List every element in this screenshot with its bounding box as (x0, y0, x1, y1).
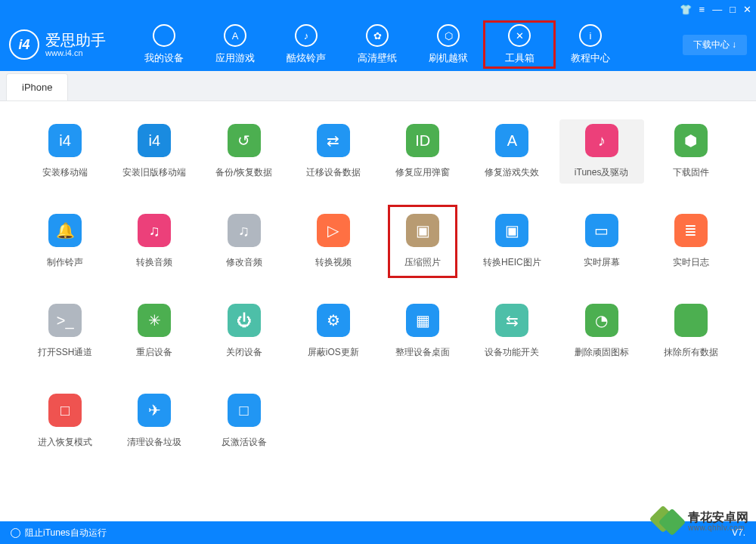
tool-icon: ▦ (406, 304, 439, 337)
tool-进入恢复模式[interactable]: □进入恢复模式 (23, 389, 107, 453)
tool-icon: A (495, 124, 528, 157)
shirt-icon[interactable]: 👕 (680, 4, 692, 15)
tool-label: 清理设备垃圾 (127, 436, 181, 449)
tool-修复应用弹窗[interactable]: ID修复应用弹窗 (380, 119, 465, 184)
tool-屏蔽iOS更新[interactable]: ⚙屏蔽iOS更新 (291, 299, 376, 363)
nav-icon: A (224, 24, 246, 47)
tool-实时屏幕[interactable]: ▭实时屏幕 (559, 209, 644, 274)
nav-label: 教程中心 (571, 51, 610, 65)
app-title: 爱思助手 (45, 32, 106, 48)
tool-压缩照片[interactable]: ▣压缩照片 (380, 209, 465, 274)
tool-icon: ♪ (585, 124, 618, 157)
tool-转换音频[interactable]: ♫转换音频 (112, 209, 197, 274)
tool-label: 进入恢复模式 (38, 436, 92, 449)
nav-教程中心[interactable]: i教程中心 (555, 21, 626, 68)
tool-label: 安装旧版移动端 (122, 166, 186, 179)
tool-icon: i4 (48, 124, 82, 157)
tool-icon: ⚙ (317, 304, 350, 337)
tool-安装移动端[interactable]: i4安装移动端 (23, 119, 107, 184)
tool-重启设备[interactable]: ✳重启设备 (112, 299, 197, 363)
tool-label: 抹除所有数据 (664, 346, 718, 359)
nav-icon (153, 24, 175, 47)
nav-工具箱[interactable]: ✕工具箱 (484, 21, 555, 68)
tab-iphone[interactable]: iPhone (6, 73, 68, 100)
nav-应用游戏[interactable]: A应用游戏 (200, 21, 271, 68)
titlebar: 👕 ≡ — □ ✕ (0, 0, 756, 18)
nav-我的设备[interactable]: 我的设备 (129, 21, 200, 68)
tool-label: 修复应用弹窗 (395, 166, 450, 179)
nav-label: 酷炫铃声 (287, 51, 326, 65)
logo: i4 爱思助手 www.i4.cn (9, 29, 106, 60)
tool-icon: i4 (138, 124, 171, 157)
watermark-icon (653, 506, 683, 536)
tool-icon: ✳ (138, 304, 171, 337)
tool-label: 屏蔽iOS更新 (308, 346, 359, 359)
header: i4 爱思助手 www.i4.cn 我的设备A应用游戏♪酷炫铃声✿高清壁纸⬡刷机… (0, 18, 756, 71)
tool-删除顽固图标[interactable]: ◔删除顽固图标 (559, 299, 644, 363)
tool-icon (674, 304, 708, 337)
close-icon[interactable]: ✕ (743, 4, 751, 15)
tool-label: 重启设备 (136, 346, 172, 359)
tool-iTunes及驱动[interactable]: ♪iTunes及驱动 (559, 119, 644, 184)
nav-label: 工具箱 (505, 51, 534, 65)
tool-icon: ⇆ (495, 304, 528, 337)
tool-抹除所有数据[interactable]: 抹除所有数据 (649, 299, 733, 363)
tool-下载固件[interactable]: ⬢下载固件 (649, 119, 733, 184)
nav-label: 刷机越狱 (429, 51, 468, 65)
tool-icon: ♫ (138, 214, 171, 247)
nav-icon: ⬡ (437, 24, 460, 47)
tool-label: 制作铃声 (47, 256, 83, 269)
tool-打开SSH通道[interactable]: >_打开SSH通道 (23, 299, 107, 363)
tool-label: 删除顽固图标 (575, 346, 629, 359)
tool-关闭设备[interactable]: ⏻关闭设备 (202, 299, 287, 363)
tool-label: 实时日志 (673, 256, 709, 269)
tool-icon: ▷ (317, 214, 350, 247)
tool-清理设备垃圾[interactable]: ✈清理设备垃圾 (112, 389, 197, 453)
tool-修复游戏失效[interactable]: A修复游戏失效 (469, 119, 554, 184)
nav-label: 我的设备 (144, 51, 184, 65)
tool-icon: ▣ (495, 214, 528, 247)
nav-icon: ✿ (366, 24, 389, 47)
tool-grid: i4安装移动端i4安装旧版移动端↺备份/恢复数据⇄迁移设备数据ID修复应用弹窗A… (0, 101, 756, 471)
tool-label: 迁移设备数据 (306, 166, 361, 179)
nav-icon: i (579, 24, 602, 47)
tool-label: 设备功能开关 (485, 346, 539, 359)
status-ring-icon (11, 528, 20, 538)
tool-icon: ⏻ (228, 304, 261, 337)
tool-label: 下载固件 (673, 166, 709, 179)
nav-酷炫铃声[interactable]: ♪酷炫铃声 (271, 21, 342, 68)
tool-转换HEIC图片[interactable]: ▣转换HEIC图片 (469, 209, 554, 274)
footer-status: 阻止iTunes自动运行 (25, 527, 107, 539)
app-subtitle: www.i4.cn (45, 48, 106, 57)
tool-label: 打开SSH通道 (38, 346, 93, 359)
tool-label: 转换HEIC图片 (483, 256, 541, 269)
tool-label: 压缩照片 (404, 256, 441, 269)
tool-实时日志[interactable]: ≣实时日志 (649, 209, 733, 274)
tool-转换视频[interactable]: ▷转换视频 (291, 209, 376, 274)
nav-icon: ♪ (295, 24, 318, 47)
tool-icon: ♫ (228, 214, 261, 247)
tool-反激活设备[interactable]: □反激活设备 (202, 389, 287, 453)
tool-安装旧版移动端[interactable]: i4安装旧版移动端 (112, 119, 197, 184)
tool-icon: >_ (48, 304, 82, 337)
nav-label: 高清壁纸 (358, 51, 397, 65)
tool-label: 修复游戏失效 (485, 166, 539, 179)
tool-icon: 🔔 (48, 214, 82, 247)
download-center-button[interactable]: 下载中心 ↓ (683, 35, 747, 55)
tool-备份/恢复数据[interactable]: ↺备份/恢复数据 (202, 119, 287, 184)
minimize-icon[interactable]: — (712, 4, 722, 15)
nav-刷机越狱[interactable]: ⬡刷机越狱 (413, 21, 484, 68)
nav-高清壁纸[interactable]: ✿高清壁纸 (342, 21, 413, 68)
tool-整理设备桌面[interactable]: ▦整理设备桌面 (380, 299, 465, 363)
tool-label: 转换音频 (136, 256, 172, 269)
tool-icon: ◔ (585, 304, 618, 337)
tool-label: 关闭设备 (226, 346, 262, 359)
tool-设备功能开关[interactable]: ⇆设备功能开关 (469, 299, 554, 363)
menu-icon[interactable]: ≡ (699, 4, 705, 15)
maximize-icon[interactable]: □ (730, 4, 736, 15)
tool-迁移设备数据[interactable]: ⇄迁移设备数据 (291, 119, 376, 184)
tool-制作铃声[interactable]: 🔔制作铃声 (23, 209, 107, 274)
tool-icon: ID (406, 124, 439, 157)
tool-修改音频[interactable]: ♫修改音频 (202, 209, 287, 274)
tool-label: 实时屏幕 (584, 256, 620, 269)
